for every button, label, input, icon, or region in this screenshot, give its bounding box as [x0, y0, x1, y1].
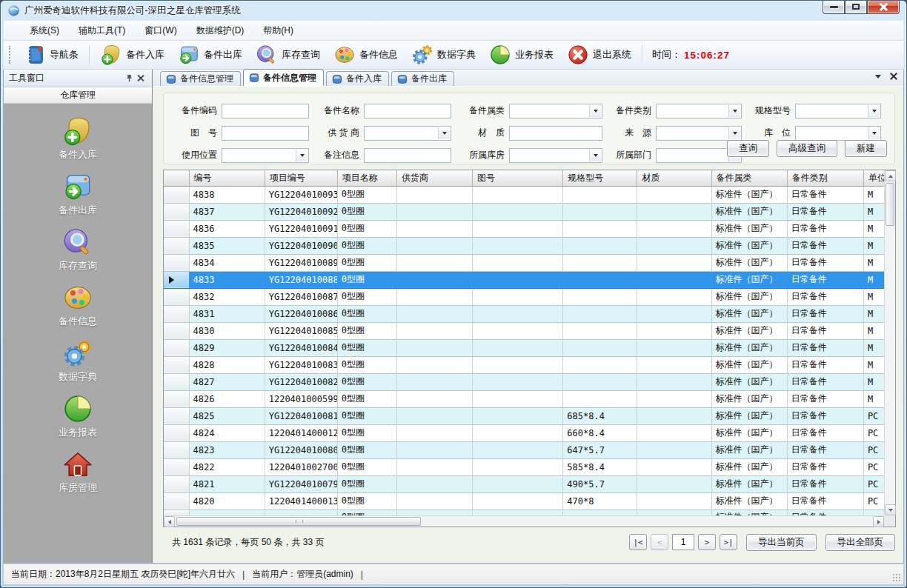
- table-cell[interactable]: 4822: [189, 458, 265, 475]
- table-cell[interactable]: 4826: [189, 390, 265, 407]
- table-cell[interactable]: 4827: [189, 373, 265, 390]
- table-cell[interactable]: 标准件（国产）: [711, 510, 787, 515]
- table-cell[interactable]: [563, 254, 637, 271]
- supplier-select[interactable]: [364, 126, 451, 141]
- table-cell[interactable]: 4833: [189, 271, 265, 288]
- table-cell[interactable]: M: [863, 203, 884, 220]
- table-cell[interactable]: 日常备件: [787, 458, 863, 475]
- table-cell[interactable]: 标准件（国产）: [711, 458, 787, 475]
- table-cell[interactable]: [563, 322, 637, 339]
- table-cell[interactable]: 日常备件: [787, 510, 863, 515]
- scroll-right-button[interactable]: [873, 516, 884, 527]
- table-cell[interactable]: [396, 475, 472, 492]
- table-cell[interactable]: 647*5.7: [563, 441, 637, 458]
- table-cell[interactable]: [396, 322, 472, 339]
- first-page-button[interactable]: |<: [629, 534, 647, 550]
- table-cell[interactable]: 4830: [189, 322, 265, 339]
- storage-location-select[interactable]: [795, 126, 881, 141]
- row-selector[interactable]: [164, 390, 189, 407]
- table-cell[interactable]: M: [863, 288, 884, 305]
- row-selector[interactable]: [164, 288, 189, 305]
- table-cell[interactable]: 4831: [189, 305, 265, 322]
- table-cell[interactable]: YG12204010090: [265, 237, 337, 254]
- advanced-query-button[interactable]: 高级查询: [777, 140, 837, 157]
- table-cell[interactable]: 585*8.4: [563, 458, 637, 475]
- row-selector[interactable]: [164, 475, 189, 492]
- page-number-input[interactable]: [672, 534, 694, 550]
- table-cell[interactable]: PC: [863, 458, 884, 475]
- table-row[interactable]: 0型圈标准件（国产）日常备件: [164, 510, 884, 515]
- column-header[interactable]: 单位: [863, 170, 884, 186]
- table-cell[interactable]: M: [863, 220, 884, 237]
- table-cell[interactable]: 490*5.7: [563, 475, 637, 492]
- material-input[interactable]: [509, 126, 602, 141]
- row-selector[interactable]: [164, 407, 189, 424]
- table-cell[interactable]: YG12204010083: [265, 356, 337, 373]
- row-selector[interactable]: [164, 186, 189, 203]
- table-cell[interactable]: [637, 305, 711, 322]
- sidebar-item-parts-info[interactable]: 备件信息: [59, 282, 97, 328]
- parts-name-input[interactable]: [364, 104, 451, 118]
- table-cell[interactable]: [473, 424, 563, 441]
- table-cell[interactable]: 0型圈: [337, 373, 396, 390]
- table-cell[interactable]: [473, 186, 563, 203]
- tab-parts-info-mgmt-1[interactable]: 备件信息管理: [160, 71, 241, 86]
- table-cell[interactable]: M: [863, 305, 884, 322]
- row-selector[interactable]: [164, 237, 189, 254]
- vertical-scrollbar[interactable]: [884, 170, 895, 515]
- table-cell[interactable]: [396, 424, 472, 441]
- table-cell[interactable]: 日常备件: [787, 254, 863, 271]
- toolbar-grip[interactable]: [9, 46, 13, 64]
- table-cell[interactable]: PC: [863, 492, 884, 510]
- table-cell[interactable]: [396, 254, 472, 271]
- sidebar-item-parts-inbound[interactable]: 备件入库: [59, 116, 97, 161]
- table-cell[interactable]: 0型圈: [337, 254, 396, 271]
- table-cell[interactable]: [637, 271, 711, 288]
- query-button[interactable]: 查询: [727, 140, 769, 157]
- table-cell[interactable]: [563, 203, 637, 220]
- table-cell[interactable]: 470*8: [563, 492, 637, 510]
- table-cell[interactable]: 标准件（国产）: [711, 271, 787, 288]
- warehouse-select[interactable]: [509, 148, 602, 163]
- table-row[interactable]: 482412204014000120型圈660*8.4标准件（国产）日常备件PC: [164, 424, 884, 441]
- sidebar-item-parts-outbound[interactable]: 备件出库: [59, 171, 97, 217]
- table-row[interactable]: 4837YG122040100920型圈标准件（国产）日常备件M: [164, 203, 884, 220]
- last-page-button[interactable]: >|: [720, 534, 737, 550]
- toolbar-business-report[interactable]: 业务报表: [482, 42, 560, 67]
- menu-data-maintenance[interactable]: 数据维护(D): [187, 21, 254, 41]
- column-header[interactable]: 供货商: [396, 170, 472, 186]
- table-cell[interactable]: 4835: [189, 237, 265, 254]
- maximize-button[interactable]: [845, 0, 867, 14]
- table-cell[interactable]: [473, 441, 563, 458]
- table-cell[interactable]: [396, 339, 472, 356]
- table-cell[interactable]: 标准件（国产）: [711, 407, 787, 424]
- table-cell[interactable]: 685*8.4: [563, 407, 637, 424]
- table-cell[interactable]: [563, 373, 637, 390]
- table-cell[interactable]: YG12204010079: [265, 475, 337, 492]
- row-selector[interactable]: [164, 356, 189, 373]
- table-cell[interactable]: [637, 339, 711, 356]
- table-cell[interactable]: [396, 510, 472, 515]
- table-cell[interactable]: [473, 305, 563, 322]
- table-cell[interactable]: [473, 510, 563, 515]
- table-cell[interactable]: [396, 220, 472, 237]
- table-cell[interactable]: YG12204010082: [265, 373, 337, 390]
- table-cell[interactable]: 标准件（国产）: [711, 237, 787, 254]
- table-cell[interactable]: [473, 237, 563, 254]
- table-cell[interactable]: [396, 288, 472, 305]
- table-cell[interactable]: 标准件（国产）: [711, 288, 787, 305]
- table-cell[interactable]: 4823: [189, 441, 265, 458]
- column-header[interactable]: 编号: [189, 170, 265, 186]
- table-cell[interactable]: 0型圈: [337, 203, 396, 220]
- table-cell[interactable]: [473, 271, 563, 288]
- table-cell[interactable]: [396, 271, 472, 288]
- table-cell[interactable]: 0型圈: [337, 237, 396, 254]
- column-header[interactable]: 项目编号: [265, 170, 337, 186]
- table-cell[interactable]: 4820: [189, 492, 265, 510]
- table-cell[interactable]: [563, 220, 637, 237]
- table-cell[interactable]: 标准件（国产）: [711, 203, 787, 220]
- scroll-left-button[interactable]: [164, 516, 175, 527]
- table-cell[interactable]: [563, 339, 637, 356]
- table-cell[interactable]: 标准件（国产）: [711, 475, 787, 492]
- table-row[interactable]: 4835YG122040100900型圈标准件（国产）日常备件M: [164, 237, 884, 254]
